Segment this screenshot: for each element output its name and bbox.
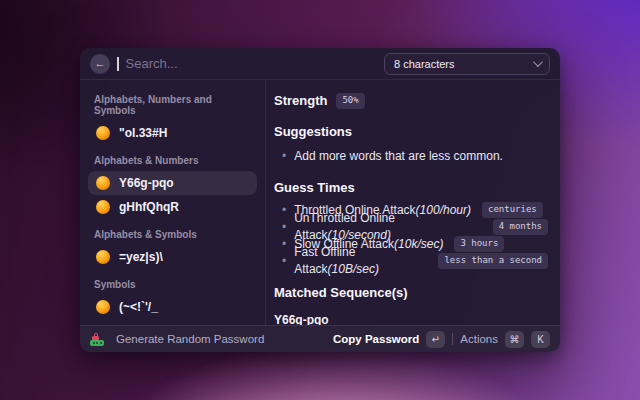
divider <box>452 333 453 345</box>
bullet-icon <box>282 236 286 253</box>
attack-label: Fast Offline Attack(10B/sec) <box>294 244 427 278</box>
orange-circle-icon <box>96 126 110 140</box>
command-key-icon: ⌘ <box>505 331 524 348</box>
password-text: "ol.33#H <box>119 126 167 140</box>
bullet-icon <box>282 253 286 270</box>
guess-times-heading: Guess Times <box>274 180 548 195</box>
list-item-password[interactable]: (~<!`'/_ <box>88 295 257 319</box>
dropdown-value: 8 characters <box>394 58 455 70</box>
group-label: Symbols <box>94 279 251 290</box>
bullet-icon <box>282 202 286 219</box>
orange-circle-icon <box>96 200 110 214</box>
app-window: ← 8 characters Alphabets, Numbers and Sy… <box>80 48 560 352</box>
k-key-icon: K <box>531 331 550 348</box>
orange-circle-icon <box>96 250 110 264</box>
password-text: (~<!`'/_ <box>119 300 158 314</box>
list-item-password[interactable]: =yez|s)\ <box>88 245 257 269</box>
back-button[interactable]: ← <box>90 54 110 74</box>
guess-time-row: Fast Offline Attack(10B/sec) less than a… <box>274 253 548 270</box>
strength-badge: 50% <box>336 93 364 109</box>
text-cursor <box>117 57 119 71</box>
footer-actions: Copy Password ↵ Actions ⌘ K <box>333 331 550 348</box>
strength-section: Strength 50% <box>274 93 548 109</box>
password-text: =yez|s)\ <box>119 250 163 264</box>
guess-times-list: Throttled Online Attack(100/hour) centur… <box>274 202 548 270</box>
top-bar: ← 8 characters <box>80 48 560 80</box>
copy-password-button[interactable]: Copy Password <box>333 333 419 345</box>
command-title: Generate Random Password <box>116 333 264 345</box>
password-detail-pane: Strength 50% Suggestions Add more words … <box>266 80 560 325</box>
password-text: gHhfQhqR <box>119 200 179 214</box>
guess-time-badge: 3 hours <box>454 236 504 252</box>
matched-sequences-heading: Matched Sequence(s) <box>274 285 548 300</box>
list-item-password[interactable]: gHhfQhqR <box>88 195 257 219</box>
back-arrow-icon: ← <box>95 58 106 69</box>
strength-heading: Strength <box>274 93 327 108</box>
enter-key-icon: ↵ <box>426 331 445 348</box>
password-text: Y66g-pqo <box>119 176 174 190</box>
actions-button[interactable]: Actions <box>460 333 498 345</box>
orange-circle-icon <box>96 300 110 314</box>
action-bar: Generate Random Password Copy Password ↵… <box>80 325 560 352</box>
group-label: Alphabets & Symbols <box>94 229 251 240</box>
list-item-password-selected[interactable]: Y66g-pqo <box>88 171 257 195</box>
orange-circle-icon <box>96 176 110 190</box>
attack-rate: (10B/sec) <box>328 262 379 276</box>
group-label: Alphabets, Numbers and Symbols <box>94 94 251 116</box>
password-length-dropdown[interactable]: 8 characters <box>384 53 550 75</box>
guess-time-badge: less than a second <box>438 253 548 269</box>
password-list-sidebar: Alphabets, Numbers and Symbols "ol.33#H … <box>80 80 266 325</box>
group-label: Alphabets & Numbers <box>94 155 251 166</box>
bullet-icon <box>282 219 286 236</box>
guess-time-row: UnThrottled Online Attack(10/second) 4 m… <box>274 219 548 236</box>
suggestion-text: Add more words that are less common. <box>294 148 503 165</box>
bullet-icon <box>282 148 286 165</box>
password-generator-icon <box>90 332 107 347</box>
search-input[interactable] <box>126 56 378 71</box>
suggestion-item: Add more words that are less common. <box>274 148 548 165</box>
desktop-background: ← 8 characters Alphabets, Numbers and Sy… <box>0 0 640 400</box>
suggestions-heading: Suggestions <box>274 124 548 139</box>
guess-time-badge: 4 months <box>493 219 548 235</box>
guess-time-badge: centuries <box>482 202 543 218</box>
matched-password: Y66g-pqo <box>274 313 548 325</box>
main-area: Alphabets, Numbers and Symbols "ol.33#H … <box>80 80 560 325</box>
chevron-down-icon <box>533 57 543 67</box>
list-item-password[interactable]: "ol.33#H <box>88 121 257 145</box>
